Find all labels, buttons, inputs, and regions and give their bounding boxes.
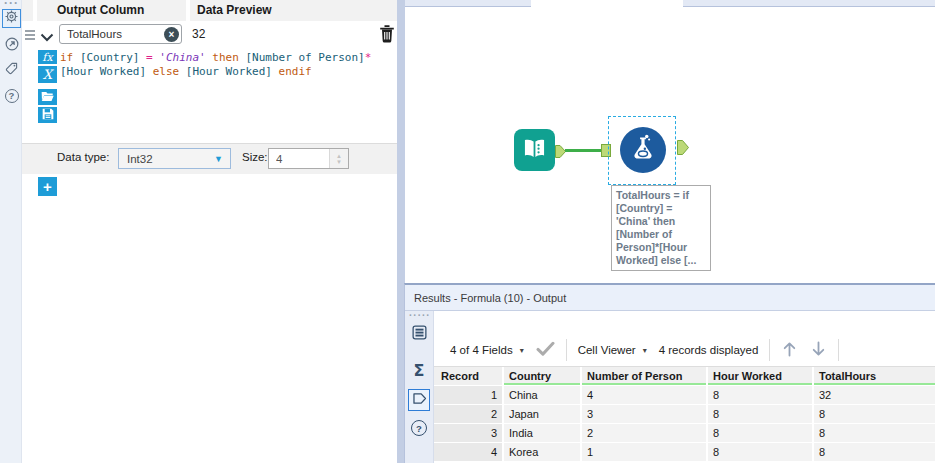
cell[interactable]: 8 xyxy=(708,424,814,443)
gear-icon xyxy=(4,9,19,28)
data-type-dropdown[interactable]: Int32 ▼ xyxy=(118,148,231,169)
caret-down-icon: ▾ xyxy=(643,346,647,355)
apply-check-button[interactable] xyxy=(536,341,555,358)
cell[interactable]: 2 xyxy=(434,405,504,424)
metadata-view-tab[interactable]: Σ xyxy=(408,359,430,381)
arrow-down-icon xyxy=(810,340,827,360)
cell[interactable]: 8 xyxy=(708,443,814,462)
help-icon: ? xyxy=(411,420,427,436)
formula-tool[interactable] xyxy=(620,127,666,173)
cell-viewer-dropdown[interactable]: Cell Viewer ▾ xyxy=(578,344,647,356)
book-icon xyxy=(521,135,548,166)
column-header[interactable]: Record xyxy=(434,367,504,386)
column-header[interactable]: TotalHours xyxy=(814,367,935,386)
formula-output-anchor[interactable] xyxy=(677,140,689,159)
delete-expression-button[interactable] xyxy=(379,25,395,47)
help-icon: ? xyxy=(5,89,19,103)
tag-icon xyxy=(4,61,19,80)
results-title: Results - Formula (10) - Output xyxy=(414,292,566,304)
fx-icon: fx xyxy=(42,51,52,64)
size-label: Size: xyxy=(242,151,268,163)
tab-annotation[interactable] xyxy=(2,61,21,80)
canvas-tab-strip-left xyxy=(405,0,531,7)
fields-selector[interactable]: 4 of 4 Fields ▾ xyxy=(450,344,524,356)
results-drag-handle[interactable]: ····· xyxy=(409,310,431,321)
chevron-down-icon[interactable] xyxy=(40,28,54,46)
tool-annotation[interactable]: TotalHours = if [Country] = 'China' then… xyxy=(611,185,711,271)
table-row[interactable]: 4Korea188 xyxy=(434,443,935,462)
expression-editor[interactable]: if [Country] = 'China' then [Number of P… xyxy=(60,51,392,79)
flask-icon xyxy=(627,132,659,168)
cell[interactable]: 8 xyxy=(814,424,935,443)
cell[interactable]: 8 xyxy=(814,443,935,462)
add-expression-button[interactable]: + xyxy=(38,177,57,196)
cell[interactable]: Japan xyxy=(504,405,582,424)
stepper-down-icon: ▼ xyxy=(336,159,342,165)
size-field: ▲ ▼ xyxy=(268,148,349,169)
folder-open-icon xyxy=(41,88,54,106)
column-header[interactable]: Hour Worked xyxy=(708,367,814,386)
x-variable-icon: X xyxy=(43,67,52,82)
cell[interactable]: 2 xyxy=(582,424,708,443)
tab-help[interactable]: ? xyxy=(2,86,21,105)
circle-arrow-icon xyxy=(4,36,20,56)
results-sidebar: ····· Σ xyxy=(405,311,434,463)
cell[interactable]: 3 xyxy=(434,424,504,443)
check-icon xyxy=(536,341,555,358)
cell[interactable]: 4 xyxy=(582,386,708,405)
results-toolbar: 4 of 4 Fields ▾ Cell Viewer ▾ xyxy=(434,311,935,367)
size-input[interactable] xyxy=(269,149,329,168)
caret-down-icon: ▾ xyxy=(520,346,524,355)
cell[interactable]: 1 xyxy=(434,386,504,405)
results-help-button[interactable]: ? xyxy=(408,417,430,439)
column-header[interactable]: Country xyxy=(504,367,582,386)
table-row[interactable]: 1China4832 xyxy=(434,386,935,405)
floppy-save-icon xyxy=(42,106,54,124)
toolbar-toggle-button[interactable] xyxy=(408,323,430,345)
arrow-up-icon xyxy=(781,340,798,360)
text-input-output-anchor[interactable] xyxy=(555,144,566,162)
cell[interactable]: 4 xyxy=(434,443,504,462)
save-expression-button[interactable] xyxy=(38,107,57,123)
alteryx-designer-window: ··· ? xyxy=(0,0,935,463)
clear-field-icon[interactable]: × xyxy=(164,27,179,42)
table-row[interactable]: 3India288 xyxy=(434,424,935,443)
variables-button[interactable]: X xyxy=(38,66,57,83)
records-displayed-text: 4 records displayed xyxy=(659,344,759,356)
open-expression-button[interactable] xyxy=(38,89,57,105)
table-row[interactable]: 2Japan388 xyxy=(434,405,935,424)
column-header[interactable]: Number of Person xyxy=(582,367,708,386)
data-type-value: Int32 xyxy=(127,153,153,165)
dropdown-caret-icon: ▼ xyxy=(214,154,223,164)
output-column-header: Output Column xyxy=(57,3,144,17)
tab-navigation[interactable] xyxy=(2,36,21,55)
cell[interactable]: 32 xyxy=(814,386,935,405)
scroll-down-button[interactable] xyxy=(810,340,827,360)
scroll-up-button[interactable] xyxy=(781,340,798,360)
cell[interactable]: 1 xyxy=(582,443,708,462)
cell[interactable]: 8 xyxy=(708,405,814,424)
canvas-tab-strip-right xyxy=(683,0,935,7)
pentagon-data-icon xyxy=(411,390,428,411)
text-input-tool[interactable] xyxy=(514,129,555,171)
size-stepper[interactable]: ▲ ▼ xyxy=(329,149,348,168)
cell[interactable]: China xyxy=(504,386,582,405)
functions-button[interactable]: fx xyxy=(38,50,57,64)
results-panel: Results - Formula (10) - Output ····· Σ xyxy=(404,283,935,463)
data-view-tab[interactable] xyxy=(408,389,430,411)
tab-configuration[interactable] xyxy=(2,9,21,28)
cell[interactable]: 8 xyxy=(814,405,935,424)
cell[interactable]: 8 xyxy=(708,386,814,405)
stacked-bars-icon xyxy=(411,324,428,345)
cell[interactable]: Korea xyxy=(504,443,582,462)
results-table[interactable]: RecordCountryNumber of PersonHour Worked… xyxy=(434,367,935,462)
config-window-sidebar: ··· ? xyxy=(0,0,22,463)
cell[interactable]: 3 xyxy=(582,405,708,424)
trash-icon xyxy=(379,29,395,46)
connection-line[interactable] xyxy=(565,149,605,152)
results-title-bar[interactable]: Results - Formula (10) - Output xyxy=(405,285,935,311)
data-preview-header: Data Preview xyxy=(197,3,272,17)
cell[interactable]: India xyxy=(504,424,582,443)
data-type-label: Data type: xyxy=(57,151,109,163)
expression-row-drag-handle[interactable] xyxy=(25,30,35,42)
